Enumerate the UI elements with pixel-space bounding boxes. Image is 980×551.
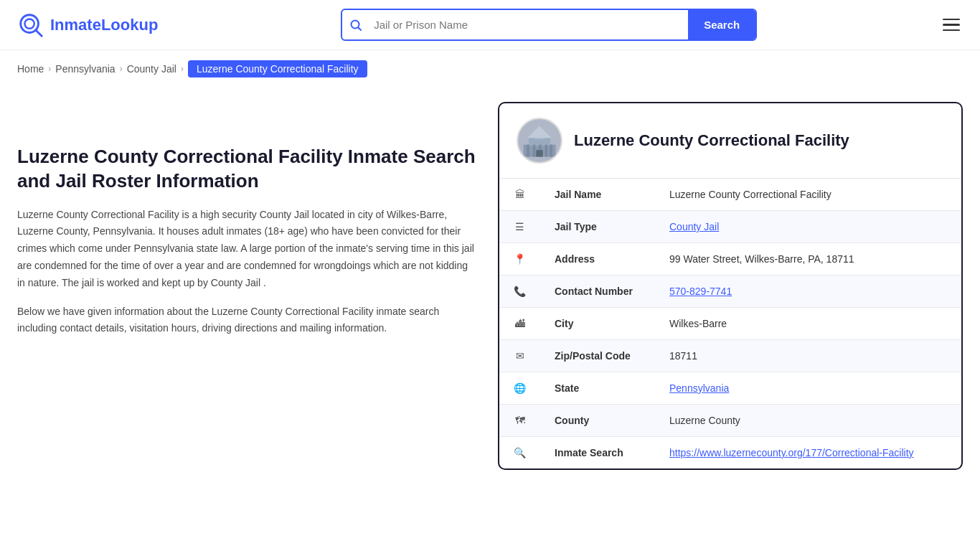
breadcrumb: Home › Pennsylvania › County Jail › Luze… bbox=[0, 50, 980, 88]
svg-line-4 bbox=[359, 27, 362, 30]
row-value-link[interactable]: https://www.luzernecounty.org/177/Correc… bbox=[669, 447, 914, 458]
facility-avatar bbox=[517, 118, 562, 164]
logo-icon bbox=[17, 11, 44, 39]
row-icon: 🏙 bbox=[499, 308, 540, 340]
table-row: 🌐StatePennsylvania bbox=[499, 372, 961, 405]
row-label: County bbox=[540, 405, 655, 437]
svg-rect-13 bbox=[545, 145, 548, 157]
table-row: 📍Address99 Water Street, Wilkes-Barre, P… bbox=[499, 243, 961, 276]
row-icon: 🔍 bbox=[499, 437, 540, 469]
search-area: Search bbox=[341, 9, 757, 41]
row-value: 570-829-7741 bbox=[655, 276, 961, 308]
description-paragraph-1: Luzerne County Correctional Facility is … bbox=[17, 207, 476, 292]
hamburger-line-2 bbox=[943, 24, 960, 26]
search-icon bbox=[349, 19, 362, 32]
row-value: 18711 bbox=[655, 340, 961, 372]
breadcrumb-chevron-1: › bbox=[48, 64, 51, 74]
svg-rect-14 bbox=[550, 145, 552, 157]
breadcrumb-category[interactable]: County Jail bbox=[127, 63, 176, 75]
row-label: Inmate Search bbox=[540, 437, 655, 469]
row-icon: 🏛 bbox=[499, 179, 540, 211]
table-row: 🏙CityWilkes-Barre bbox=[499, 308, 961, 340]
row-label: Jail Type bbox=[540, 211, 655, 243]
description-paragraph-2: Below we have given information about th… bbox=[17, 303, 476, 338]
svg-line-2 bbox=[36, 29, 42, 36]
row-label: Contact Number bbox=[540, 276, 655, 308]
info-card-header: Luzerne County Correctional Facility bbox=[499, 103, 961, 179]
table-row: ☰Jail TypeCounty Jail bbox=[499, 211, 961, 243]
info-card: Luzerne County Correctional Facility 🏛Ja… bbox=[498, 102, 963, 470]
facility-avatar-image bbox=[518, 119, 561, 162]
row-value: County Jail bbox=[655, 211, 961, 243]
search-input[interactable] bbox=[369, 11, 688, 38]
search-button[interactable]: Search bbox=[688, 10, 755, 39]
row-icon: ☰ bbox=[499, 211, 540, 243]
row-label: State bbox=[540, 372, 655, 405]
table-row: 📞Contact Number570-829-7741 bbox=[499, 276, 961, 308]
row-value: 99 Water Street, Wilkes-Barre, PA, 18711 bbox=[655, 243, 961, 276]
svg-rect-10 bbox=[527, 145, 529, 157]
row-value-link[interactable]: 570-829-7741 bbox=[669, 286, 732, 297]
main-content: Luzerne County Correctional Facility Inm… bbox=[0, 88, 980, 484]
table-row: ✉Zip/Postal Code18711 bbox=[499, 340, 961, 372]
search-icon-wrap bbox=[342, 19, 369, 32]
logo-text: InmateLookup bbox=[50, 16, 158, 34]
hamburger-line-1 bbox=[943, 19, 960, 21]
svg-point-1 bbox=[24, 19, 34, 28]
row-value-link[interactable]: Pennsylvania bbox=[669, 382, 729, 394]
svg-rect-15 bbox=[536, 150, 542, 156]
row-value: Luzerne County Correctional Facility bbox=[655, 179, 961, 211]
row-icon: 📞 bbox=[499, 276, 540, 308]
breadcrumb-home[interactable]: Home bbox=[17, 63, 44, 75]
row-label: Zip/Postal Code bbox=[540, 340, 655, 372]
hamburger-line-3 bbox=[943, 29, 960, 32]
header: InmateLookup Search bbox=[0, 0, 980, 50]
row-value-link[interactable]: County Jail bbox=[669, 221, 719, 232]
right-column: Luzerne County Correctional Facility 🏛Ja… bbox=[498, 102, 963, 470]
table-row: 🗺CountyLuzerne County bbox=[499, 405, 961, 437]
left-column: Luzerne County Correctional Facility Inm… bbox=[17, 102, 476, 470]
row-value: Pennsylvania bbox=[655, 372, 961, 405]
search-wrapper: Search bbox=[341, 9, 757, 41]
row-value: Wilkes-Barre bbox=[655, 308, 961, 340]
row-label: City bbox=[540, 308, 655, 340]
page-title: Luzerne County Correctional Facility Inm… bbox=[17, 145, 476, 194]
breadcrumb-chevron-3: › bbox=[181, 64, 184, 74]
breadcrumb-chevron-2: › bbox=[120, 64, 123, 74]
row-icon: 🌐 bbox=[499, 372, 540, 405]
row-value: Luzerne County bbox=[655, 405, 961, 437]
table-row: 🏛Jail NameLuzerne County Correctional Fa… bbox=[499, 179, 961, 211]
breadcrumb-state[interactable]: Pennsylvania bbox=[55, 63, 115, 75]
info-table: 🏛Jail NameLuzerne County Correctional Fa… bbox=[499, 179, 961, 468]
info-card-title: Luzerne County Correctional Facility bbox=[574, 131, 849, 150]
row-label: Address bbox=[540, 243, 655, 276]
row-value: https://www.luzernecounty.org/177/Correc… bbox=[655, 437, 961, 469]
logo-link[interactable]: InmateLookup bbox=[17, 11, 158, 39]
row-icon: ✉ bbox=[499, 340, 540, 372]
row-icon: 📍 bbox=[499, 243, 540, 276]
breadcrumb-current: Luzerne County Correctional Facility bbox=[188, 60, 367, 77]
svg-rect-11 bbox=[533, 145, 536, 157]
row-icon: 🗺 bbox=[499, 405, 540, 437]
hamburger-menu[interactable] bbox=[940, 14, 963, 37]
table-row: 🔍Inmate Searchhttps://www.luzernecounty.… bbox=[499, 437, 961, 469]
row-label: Jail Name bbox=[540, 179, 655, 211]
